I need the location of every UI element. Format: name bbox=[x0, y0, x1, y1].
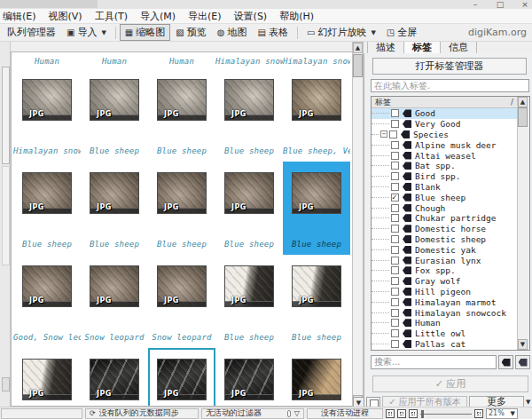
thumbnail-view-scrollbar[interactable]: ▲ ▼ bbox=[352, 42, 364, 407]
image-cell[interactable]: JPG bbox=[13, 348, 81, 407]
maximize-button[interactable]: □ bbox=[495, 0, 505, 9]
tag-checkbox[interactable] bbox=[391, 246, 399, 254]
tag-checkbox[interactable] bbox=[391, 109, 399, 117]
image-cell[interactable]: Human bbox=[13, 52, 81, 68]
menu-item[interactable]: 导出(E) bbox=[188, 10, 222, 23]
tag-checkbox[interactable] bbox=[391, 214, 399, 222]
image-cell[interactable]: JPGBlue sheep bbox=[215, 68, 283, 162]
tag-tree-item[interactable]: Bird spp. bbox=[372, 171, 517, 182]
tag-tree-item[interactable]: Himalayan snowcock bbox=[372, 307, 517, 318]
preview-button[interactable]: ▧ 预览 bbox=[170, 24, 211, 41]
tag-checkbox[interactable] bbox=[391, 204, 399, 212]
tag-tree-item[interactable]: Hill pigeon bbox=[372, 287, 517, 297]
tag-checkbox[interactable] bbox=[391, 309, 399, 317]
image-cell[interactable]: JPGBlue sheep bbox=[215, 255, 283, 348]
new-tag-button[interactable] bbox=[515, 355, 530, 369]
tag-checkbox[interactable] bbox=[391, 340, 399, 348]
menu-item[interactable]: 工具(T) bbox=[95, 10, 128, 23]
close-button[interactable]: × bbox=[520, 0, 530, 9]
image-cell[interactable]: JPGBlue sheep bbox=[148, 68, 215, 162]
tag-tree-item[interactable]: Altai weasel bbox=[372, 150, 517, 161]
fullscreen-button[interactable]: ◳ 全屏 bbox=[381, 24, 422, 41]
image-cell[interactable]: JPGGood, Snow leo… bbox=[13, 255, 81, 348]
image-cell[interactable]: Human bbox=[81, 52, 148, 68]
scrollbar-thumb[interactable] bbox=[353, 54, 363, 77]
apply-button[interactable]: ✓ 应用 bbox=[372, 376, 528, 392]
chevron-down-icon[interactable]: ▼ bbox=[526, 399, 532, 406]
tag-entry-input[interactable]: 在此输入标签. bbox=[371, 79, 529, 92]
map-button[interactable]: ◍ 地图 bbox=[212, 24, 253, 41]
tag-tree-item[interactable]: Very Good bbox=[372, 119, 517, 130]
left-sidebar-tab[interactable] bbox=[2, 166, 10, 265]
scroll-up-icon[interactable]: ▲ bbox=[518, 97, 528, 107]
image-cell[interactable]: JPGSnow leopard bbox=[148, 255, 215, 348]
tag-tree-item[interactable]: Blue sheep bbox=[372, 192, 517, 202]
image-cell[interactable]: JPG bbox=[81, 348, 148, 407]
zoom-original-icon[interactable] bbox=[397, 409, 406, 418]
tag-checkbox[interactable] bbox=[391, 162, 399, 170]
scroll-down-icon[interactable]: ▼ bbox=[518, 339, 528, 350]
tag-tree-item[interactable]: Fox spp. bbox=[372, 265, 517, 276]
tag-tree-item[interactable]: Chough bbox=[372, 202, 517, 213]
magnifier-icon[interactable] bbox=[474, 409, 483, 418]
tag-tree-item[interactable]: Domestic horse bbox=[372, 224, 517, 234]
tag-tree-item[interactable]: Domestic sheep bbox=[372, 234, 517, 245]
fit-window-icon[interactable] bbox=[386, 409, 395, 418]
tag-tree-item[interactable]: Blank bbox=[372, 182, 517, 193]
tag-checkbox[interactable] bbox=[391, 120, 399, 128]
scrollbar-thumb[interactable] bbox=[518, 107, 528, 127]
tag-checkbox[interactable] bbox=[391, 277, 399, 285]
tag-filter-button[interactable] bbox=[498, 355, 513, 369]
tag-tree-item[interactable]: Human bbox=[372, 318, 517, 328]
tag-search-input[interactable]: 搜索... bbox=[371, 355, 497, 369]
fit-selection-icon[interactable] bbox=[409, 409, 418, 418]
minimize-button[interactable]: – bbox=[470, 0, 481, 9]
tag-tree-item[interactable]: Species bbox=[372, 130, 517, 140]
funnel-icon[interactable]: ▽ bbox=[294, 409, 300, 417]
filter-pill-icon[interactable] bbox=[287, 410, 291, 417]
tag-checkbox[interactable] bbox=[391, 183, 399, 191]
tag-checkbox[interactable] bbox=[391, 257, 399, 265]
tag-checkbox[interactable] bbox=[391, 266, 399, 274]
tag-tree-scrollbar[interactable]: ▲ ▼ bbox=[517, 97, 529, 350]
image-cell[interactable]: Himalayan snow… bbox=[215, 52, 283, 68]
tag-tree-item[interactable]: Eurasian lynx bbox=[372, 255, 517, 265]
image-cell[interactable]: JPGBlue sheep bbox=[283, 255, 350, 348]
tag-checkbox[interactable] bbox=[391, 235, 399, 243]
tag-tree-item[interactable]: Pika spp. bbox=[372, 349, 517, 350]
tag-tree-item[interactable]: Domestic yak bbox=[372, 244, 517, 255]
scroll-up-icon[interactable]: ▲ bbox=[353, 43, 363, 53]
image-cell[interactable]: JPGBlue sheep bbox=[215, 162, 283, 255]
tag-tree-item[interactable]: Bat spp. bbox=[372, 161, 517, 171]
image-cell[interactable]: JPGBlue sheep, Ve… bbox=[283, 68, 350, 162]
menu-item[interactable]: 帮助(H) bbox=[279, 10, 314, 23]
zoom-level-combo[interactable]: 21% ▼ bbox=[486, 408, 518, 419]
image-cell[interactable]: JPGBlue sheep bbox=[81, 68, 148, 162]
image-cell[interactable]: JPG bbox=[283, 348, 350, 407]
tag-checkbox[interactable] bbox=[391, 172, 399, 180]
tag-checkbox[interactable] bbox=[391, 329, 399, 337]
tag-tree-item[interactable]: Little owl bbox=[372, 328, 517, 339]
thumbnails-view-button[interactable]: ▦ 缩略图 bbox=[120, 24, 170, 41]
tag-tree-item[interactable]: Pallas cat bbox=[372, 339, 517, 350]
tab-信息[interactable]: 信息 bbox=[441, 42, 477, 53]
tag-tree-item[interactable]: Alpine musk deer bbox=[372, 139, 517, 150]
tag-checkbox[interactable] bbox=[391, 319, 399, 327]
tag-tree-item[interactable]: Good bbox=[372, 108, 517, 119]
tag-checkbox[interactable] bbox=[391, 152, 399, 160]
tag-checkbox[interactable] bbox=[389, 130, 397, 138]
zoom-slider[interactable] bbox=[420, 409, 472, 418]
open-tag-manager-button[interactable]: 打开标签管理器 bbox=[372, 58, 527, 75]
image-cell[interactable]: JPGSnow leopard bbox=[81, 255, 148, 348]
tag-checkbox[interactable] bbox=[391, 194, 399, 202]
tag-tree-item[interactable]: Chukar partridge bbox=[372, 213, 517, 224]
tag-checkbox[interactable] bbox=[391, 141, 399, 149]
image-cell[interactable]: JPGBlue sheep bbox=[13, 162, 81, 255]
import-button[interactable]: ▣ 导入 ▼ bbox=[61, 24, 112, 41]
menu-item[interactable]: 导入(M) bbox=[140, 10, 176, 23]
image-cell[interactable]: Human bbox=[148, 52, 215, 68]
image-cell[interactable]: JPGBlue sheep bbox=[148, 162, 215, 255]
digikam-brand-link[interactable]: digiKam.org bbox=[468, 27, 532, 38]
image-cell[interactable]: JPG bbox=[215, 348, 283, 407]
queue-manager-button[interactable]: 队列管理器 bbox=[2, 24, 61, 41]
